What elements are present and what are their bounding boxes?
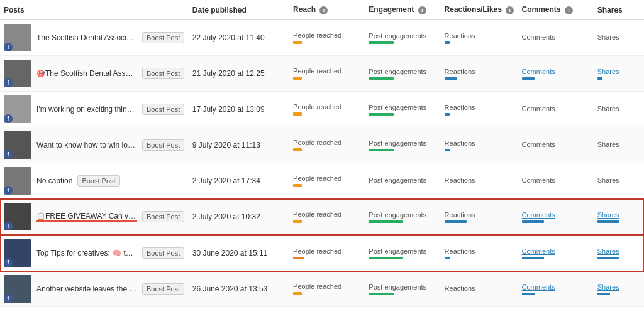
table-row: f Top Tips for creatives: 🧠 take... Boos… bbox=[0, 235, 644, 271]
boost-badge[interactable]: Boost Post bbox=[142, 247, 184, 259]
bar-blue-lg bbox=[597, 257, 619, 259]
reach-info-icon[interactable]: i bbox=[319, 6, 328, 14]
reactions-label: Reactions bbox=[445, 176, 514, 184]
shares-link[interactable]: Shares bbox=[597, 283, 619, 291]
shares-cell: Shares bbox=[594, 127, 644, 163]
boost-badge[interactable]: Boost Post bbox=[142, 68, 184, 79]
engagement-cell: Post engagements bbox=[365, 20, 440, 56]
reactions-label: Reactions bbox=[445, 139, 514, 147]
reach-label: People reached bbox=[293, 103, 361, 111]
post-cell: f I'm working on exciting things ... Boo… bbox=[0, 92, 189, 127]
comments-metric-label[interactable]: Comments bbox=[522, 283, 590, 291]
reactions-cell: Reactions bbox=[441, 20, 518, 56]
post-cell: f Another website leaves the La... Boost… bbox=[0, 271, 189, 307]
reach-label: People reached bbox=[293, 31, 361, 39]
shares-metric-label[interactable]: Shares bbox=[597, 211, 640, 219]
comments-cell: Comments bbox=[518, 235, 594, 271]
shares-link[interactable]: Shares bbox=[597, 211, 619, 219]
reach-label: People reached bbox=[293, 283, 361, 290]
reach-bar-orange bbox=[293, 257, 304, 259]
comments-cell: Comments bbox=[518, 199, 594, 236]
post-title: Top Tips for creatives: 🧠 take... bbox=[36, 249, 137, 257]
comments-metric-label[interactable]: Comments bbox=[522, 211, 590, 219]
comments-label: Comments bbox=[522, 176, 555, 184]
bar-blue-md bbox=[445, 77, 457, 80]
post-info: I'm working on exciting things ... bbox=[36, 105, 137, 114]
boost-badge[interactable]: Boost Post bbox=[142, 104, 184, 115]
engagement-label: Post engagements bbox=[369, 247, 436, 255]
facebook-badge: f bbox=[4, 114, 13, 123]
post-thumbnail: f bbox=[4, 95, 31, 123]
shares-link[interactable]: Shares bbox=[597, 247, 619, 255]
post-cell: f Want to know how to win loyal... Boost… bbox=[0, 127, 189, 163]
reactions-cell: Reactions bbox=[441, 92, 518, 127]
date-cell: 2 July 2020 at 17:34 bbox=[189, 163, 289, 199]
bar-blue-md bbox=[522, 77, 535, 80]
boost-badge[interactable]: Boost Post bbox=[142, 211, 184, 222]
table-row: f 📋FREE GIVEAWAY Can you ... Boost Post … bbox=[0, 199, 644, 236]
post-thumbnail: f bbox=[4, 167, 31, 195]
date-cell: 2 July 2020 at 10:32 bbox=[189, 199, 289, 236]
comments-metric-label[interactable]: Comments bbox=[522, 247, 590, 255]
reach-cell: People reached bbox=[289, 56, 365, 92]
shares-metric-label[interactable]: Shares bbox=[597, 247, 640, 255]
bar-blue-md bbox=[597, 293, 610, 295]
facebook-badge: f bbox=[4, 258, 13, 267]
reach-bar bbox=[293, 220, 302, 223]
shares-cell: Shares bbox=[594, 56, 644, 92]
table-header-row: Posts Date published Reach i Engagement … bbox=[0, 0, 644, 20]
comments-metric-label: Comments bbox=[522, 105, 590, 112]
boost-badge[interactable]: Boost Post bbox=[142, 283, 184, 295]
facebook-badge: f bbox=[4, 78, 13, 87]
reactions-cell: Reactions bbox=[441, 235, 518, 271]
boost-badge[interactable]: Boost Post bbox=[77, 175, 119, 187]
col-header-reactions: Reactions/Likes i bbox=[441, 0, 518, 20]
post-thumbnail: f bbox=[4, 239, 31, 267]
shares-cell: Shares bbox=[594, 199, 644, 236]
comments-metric-label[interactable]: Comments bbox=[522, 68, 590, 75]
bar-blue-lg bbox=[522, 220, 544, 223]
post-thumbnail: f bbox=[4, 60, 31, 87]
shares-label: Shares bbox=[597, 141, 619, 148]
date-cell: 26 June 2020 at 13:53 bbox=[189, 271, 289, 307]
shares-link[interactable]: Shares bbox=[597, 68, 619, 75]
shares-metric-label[interactable]: Shares bbox=[597, 68, 640, 75]
engagement-cell: Post engagements bbox=[365, 235, 440, 271]
post-title: Another website leaves the La... bbox=[36, 284, 137, 293]
engagement-bar bbox=[369, 77, 394, 80]
comments-link[interactable]: Comments bbox=[522, 211, 555, 219]
post-cell: f No caption Boost Post bbox=[0, 163, 189, 199]
engagement-label: Post engagements bbox=[369, 104, 436, 111]
reactions-label: Reactions bbox=[445, 104, 514, 111]
posts-table-container: Posts Date published Reach i Engagement … bbox=[0, 0, 644, 307]
comments-link[interactable]: Comments bbox=[522, 68, 555, 75]
boost-badge[interactable]: Boost Post bbox=[142, 32, 184, 43]
post-icon: 📋 bbox=[36, 212, 45, 220]
reactions-bar-sm bbox=[445, 257, 450, 259]
comments-link[interactable]: Comments bbox=[522, 283, 555, 291]
engagement-cell: Post engagements bbox=[365, 56, 440, 92]
post-title: 📋FREE GIVEAWAY Can you ... bbox=[36, 212, 137, 222]
reactions-info-icon[interactable]: i bbox=[506, 6, 514, 14]
post-thumbnail: f bbox=[4, 275, 31, 303]
comments-cell: Comments bbox=[518, 56, 594, 92]
engagement-bar bbox=[369, 149, 394, 151]
posts-table: Posts Date published Reach i Engagement … bbox=[0, 0, 644, 307]
comments-info-icon[interactable]: i bbox=[565, 6, 573, 14]
boost-badge[interactable]: Boost Post bbox=[142, 139, 184, 151]
reach-bar bbox=[293, 77, 302, 80]
engagement-info-icon[interactable]: i bbox=[418, 6, 426, 14]
post-info: 🎯The Scottish Dental Associ... bbox=[36, 69, 137, 78]
engagement-label: Post engagements bbox=[369, 176, 436, 184]
date-cell: 30 June 2020 at 15:11 bbox=[189, 235, 289, 271]
shares-metric-label[interactable]: Shares bbox=[597, 283, 640, 291]
comments-link[interactable]: Comments bbox=[522, 247, 555, 255]
engagement-label: Post engagements bbox=[369, 68, 436, 75]
post-icon: 🎯 bbox=[36, 70, 45, 77]
post-title: No caption bbox=[36, 176, 72, 185]
engagement-bar bbox=[369, 41, 394, 44]
reactions-bar-sm bbox=[445, 113, 450, 116]
shares-metric-label: Shares bbox=[597, 33, 640, 41]
reactions-cell: Reactions bbox=[441, 271, 518, 307]
engagement-label: Post engagements bbox=[369, 283, 436, 291]
